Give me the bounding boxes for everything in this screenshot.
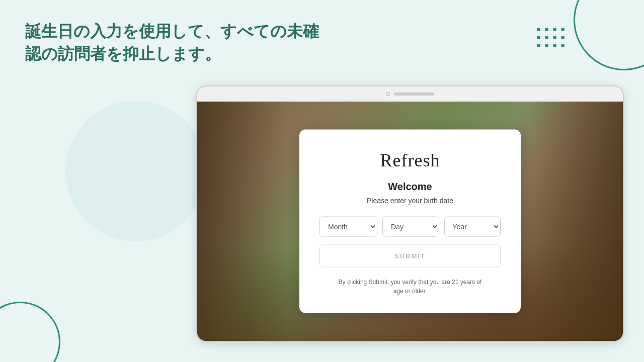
tablet-screen: Refresh Welcome Please enter your birth … bbox=[197, 102, 623, 341]
dot bbox=[537, 36, 540, 39]
modal-title: Welcome bbox=[319, 181, 501, 193]
dot bbox=[561, 28, 565, 31]
submit-button[interactable]: SUBMIT bbox=[319, 245, 501, 267]
tablet-home-bar bbox=[394, 93, 434, 96]
dot bbox=[553, 44, 556, 47]
dot bbox=[545, 44, 548, 47]
decorative-circle-top-right bbox=[574, 0, 644, 70]
tablet-frame: Refresh Welcome Please enter your birth … bbox=[196, 85, 624, 342]
page-heading: 誕生日の入力を使用して、すべての未確認の訪問者を抑止します。 bbox=[25, 20, 327, 65]
dot bbox=[561, 44, 565, 47]
date-selects-row: MonthJanuaryFebruaryMarchAprilMayJuneJul… bbox=[319, 217, 501, 237]
dot bbox=[537, 44, 540, 47]
dot bbox=[537, 28, 540, 31]
decorative-circle-bottom-left bbox=[0, 302, 60, 362]
brand-name: Refresh bbox=[319, 150, 501, 171]
day-select[interactable]: Day1234567891011121314151617181920212223… bbox=[382, 217, 439, 237]
dot bbox=[553, 36, 556, 39]
year-select[interactable]: Year202420232010200520032002200120001999… bbox=[444, 217, 501, 237]
decorative-circle-mid-left bbox=[65, 101, 206, 241]
age-verification-modal: Refresh Welcome Please enter your birth … bbox=[299, 130, 521, 313]
month-select[interactable]: MonthJanuaryFebruaryMarchAprilMayJuneJul… bbox=[319, 217, 377, 237]
disclaimer-text: By clicking Submit, you verify that you … bbox=[335, 278, 486, 296]
dot bbox=[545, 36, 548, 39]
modal-subtitle: Please enter your birth date bbox=[319, 197, 501, 205]
tablet-top-bar bbox=[197, 86, 623, 102]
dot bbox=[561, 36, 565, 39]
dot bbox=[553, 28, 556, 31]
dots-grid bbox=[537, 28, 566, 49]
dot bbox=[545, 28, 548, 31]
tablet-camera bbox=[386, 92, 390, 96]
